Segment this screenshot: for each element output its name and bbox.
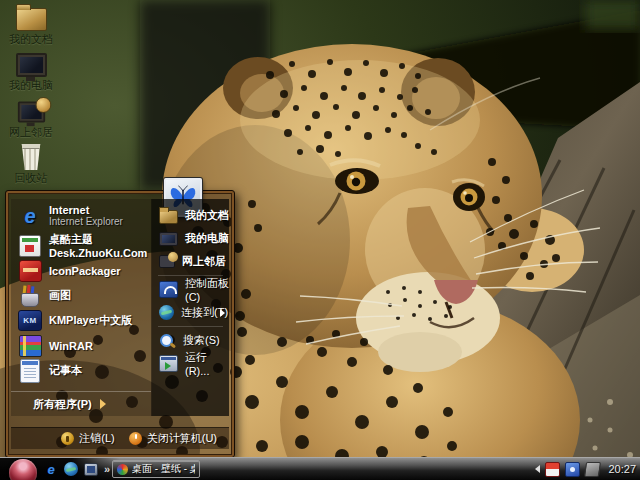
- ie-glyph: e: [24, 205, 35, 228]
- tray-collapse-chevron-icon[interactable]: [535, 465, 540, 473]
- tray-app-icon-red[interactable]: [545, 462, 560, 477]
- taskbar-window-button-label: 桌面 - 壁纸 - 桌酷壁...: [132, 462, 195, 476]
- desktop-icon-network-places[interactable]: 网上邻居: [2, 94, 60, 138]
- start-menu-item-search[interactable]: 搜索(S): [152, 329, 229, 352]
- start-menu-item-iconpackager[interactable]: IconPackager: [11, 258, 151, 283]
- desktop-screen: 我的文档 我的电脑 网上邻居 回收站 e Intern: [0, 0, 640, 480]
- start-menu-item-my-computer[interactable]: 我的电脑: [152, 227, 229, 250]
- tray-app-icon-blue[interactable]: [565, 462, 580, 477]
- menu-item-label: 我的电脑: [185, 231, 229, 246]
- log-off-label: 注销(L): [79, 431, 114, 446]
- start-menu-item-network-places[interactable]: 网上邻居: [152, 250, 229, 273]
- zhuoku-pinwheel-icon: [117, 464, 128, 475]
- tray-input-method-icon[interactable]: [584, 462, 601, 477]
- menu-item-label: 网上邻居: [182, 254, 226, 269]
- start-menu-item-control-panel[interactable]: 控制面板(C): [152, 278, 229, 301]
- desktop-icon-my-computer[interactable]: 我的电脑: [2, 47, 60, 91]
- network-icon: [17, 101, 44, 122]
- quick-launch-bar: e »: [44, 458, 110, 480]
- shut-down-label: 关闭计算机(U): [147, 431, 217, 446]
- run-icon: [159, 355, 178, 372]
- submenu-arrow-icon: [220, 309, 225, 317]
- start-menu: e Internet Internet Explorer 桌酷主题Desk.Zh…: [5, 190, 235, 458]
- start-menu-item-zhuoku[interactable]: 桌酷主题Desk.ZhuoKu.Com: [11, 233, 151, 258]
- winrar-icon: [19, 335, 42, 357]
- menu-item-label: IconPackager: [49, 265, 121, 277]
- search-icon: [159, 333, 176, 348]
- shut-down-icon: [129, 432, 142, 445]
- log-off-icon: [61, 432, 74, 445]
- my-documents-icon: [159, 210, 178, 224]
- start-menu-item-notepad[interactable]: 记事本: [11, 358, 151, 383]
- computer-icon: [16, 53, 47, 77]
- quick-launch-show-desktop-icon[interactable]: [84, 463, 98, 476]
- globe-icon: [35, 97, 51, 113]
- taskbar-window-button[interactable]: 桌面 - 壁纸 - 桌酷壁...: [112, 460, 200, 478]
- zhuoku-app-icon: [19, 235, 41, 257]
- start-menu-item-winrar[interactable]: WinRAR: [11, 333, 151, 358]
- start-menu-item-connect-to[interactable]: 连接到(T): [152, 301, 229, 324]
- quick-launch-ie-icon[interactable]: e: [44, 462, 58, 476]
- arrow-right-icon: [100, 399, 106, 409]
- start-menu-places-list: 我的文档 我的电脑 网上邻居 控制面板(C) 连接到(T): [152, 199, 229, 416]
- menu-separator: [158, 326, 223, 327]
- quick-launch-browser-globe-icon[interactable]: [64, 462, 78, 476]
- taskbar-clock: 20:27: [608, 463, 636, 475]
- start-menu-item-my-documents[interactable]: 我的文档: [152, 204, 229, 227]
- iconpackager-icon: [19, 260, 42, 282]
- desktop-icon-recycle-bin[interactable]: 回收站: [2, 140, 60, 184]
- start-menu-footer: 注销(L) 关闭计算机(U): [11, 427, 229, 449]
- start-menu-pinned-list: e Internet Internet Explorer 桌酷主题Desk.Zh…: [11, 199, 152, 416]
- taskbar: e » 桌面 - 壁纸 - 桌酷壁... 20:27: [0, 457, 640, 480]
- all-programs-button[interactable]: 所有程序(P): [11, 391, 151, 416]
- ie-glyph: e: [47, 462, 54, 477]
- desktop-icon-my-documents[interactable]: 我的文档: [2, 1, 60, 45]
- internet-explorer-icon: e: [18, 204, 42, 228]
- start-menu-item-paint[interactable]: 画图: [11, 283, 151, 308]
- km-glyph: KM: [23, 316, 36, 325]
- log-off-button[interactable]: 注销(L): [61, 431, 114, 446]
- menu-item-label: 桌酷主题Desk.ZhuoKu.Com: [49, 232, 151, 259]
- all-programs-label: 所有程序(P): [33, 397, 92, 412]
- connect-to-icon: [159, 305, 174, 320]
- recycle-bin-icon: [21, 144, 42, 170]
- desktop-icon-label: 我的文档: [2, 33, 60, 45]
- start-button[interactable]: [9, 459, 37, 480]
- menu-item-label: KMPlayer中文版: [49, 313, 132, 328]
- network-places-icon: [159, 255, 175, 268]
- paint-icon: [18, 284, 42, 308]
- menu-item-sublabel: Internet Explorer: [49, 216, 123, 228]
- menu-item-label: 画图: [49, 288, 71, 303]
- shut-down-button[interactable]: 关闭计算机(U): [129, 431, 217, 446]
- notepad-icon: [20, 359, 40, 383]
- menu-item-label: 控制面板(C): [185, 276, 229, 303]
- control-panel-icon: [159, 281, 178, 298]
- desktop-icon-label: 回收站: [2, 172, 60, 184]
- folder-icon: [16, 8, 47, 31]
- menu-item-label: 运行(R)...: [185, 350, 229, 377]
- my-computer-icon: [159, 232, 178, 246]
- start-menu-item-internet[interactable]: e Internet Internet Explorer: [11, 199, 151, 233]
- menu-item-label: 搜索(S): [183, 333, 220, 348]
- menu-item-label: 记事本: [49, 363, 82, 378]
- quick-launch-overflow-chevron[interactable]: »: [104, 458, 110, 480]
- menu-item-label: WinRAR: [49, 340, 93, 352]
- menu-item-label: 我的文档: [185, 208, 229, 223]
- menu-item-label: Internet: [49, 204, 123, 216]
- system-tray: 20:27: [535, 458, 636, 480]
- start-menu-item-kmplayer[interactable]: KM KMPlayer中文版: [11, 308, 151, 333]
- start-menu-item-run[interactable]: 运行(R)...: [152, 352, 229, 375]
- kmplayer-icon: KM: [18, 310, 42, 331]
- desktop-icon-label: 网上邻居: [2, 126, 60, 138]
